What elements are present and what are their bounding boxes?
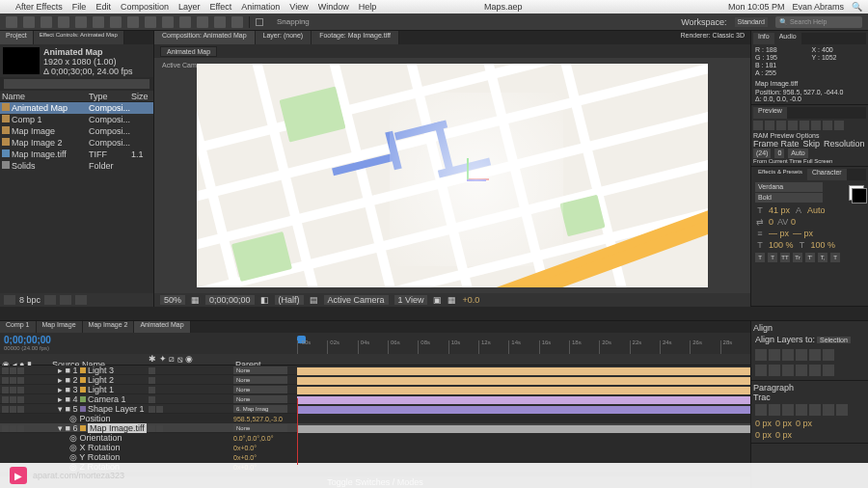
ram-preview-label[interactable]: RAM Preview Options (753, 132, 866, 139)
distribute-button[interactable] (809, 365, 821, 376)
project-tab[interactable]: Project (0, 31, 34, 44)
first-indent-input[interactable]: 0 px (775, 419, 792, 428)
menu-file[interactable]: File (72, 2, 87, 12)
space-before-input[interactable]: 0 px (755, 430, 772, 440)
footer-icon[interactable]: ◧ (260, 295, 269, 305)
camera-tool[interactable] (75, 16, 87, 28)
play-button[interactable] (776, 121, 786, 130)
align-left-button[interactable] (755, 349, 767, 361)
align-right-button[interactable] (782, 349, 794, 361)
timeline-property[interactable]: ◎ X Rotation0x+0.0° (0, 443, 750, 452)
project-item[interactable]: Map Image 2Composi... (0, 137, 153, 149)
timecode[interactable]: 0;00;00;00 (4, 335, 293, 345)
align-top-button[interactable] (796, 349, 807, 361)
hscale-input[interactable]: 100 % (811, 240, 836, 250)
parent-dropdown[interactable]: None (233, 386, 287, 393)
tracking-input[interactable]: 0 (791, 217, 796, 227)
timeline-tab[interactable]: Map Image (37, 321, 83, 333)
timeline-layer[interactable]: ▸ ■ 3 Light 1None (0, 385, 750, 394)
help-search-input[interactable]: 🔍 Search Help (775, 16, 862, 28)
para-justify-left-button[interactable] (796, 404, 807, 416)
roto-tool[interactable] (214, 16, 226, 28)
selection-tool[interactable] (6, 16, 17, 28)
align-tab[interactable]: Align (753, 323, 866, 333)
para-align-center-button[interactable] (769, 404, 780, 416)
paragraph-tab[interactable]: Paragraph (753, 383, 866, 393)
footer-icon[interactable]: ▦ (448, 295, 456, 305)
mute-button[interactable] (811, 121, 821, 130)
zoom-tool[interactable] (41, 16, 52, 28)
bit-depth[interactable]: 8 bpc (19, 295, 41, 305)
exposure-value[interactable]: +0.0 (462, 295, 479, 305)
stroke-input[interactable]: — px (769, 229, 789, 238)
parent-dropdown[interactable]: None (233, 395, 287, 403)
clock[interactable]: Mon 10:05 PM (728, 2, 785, 12)
distribute-button[interactable] (796, 365, 807, 376)
preview-tab[interactable]: Preview (753, 107, 787, 119)
fill-stroke-swatches[interactable] (849, 185, 864, 201)
align-hcenter-button[interactable] (769, 349, 780, 361)
audio-tab[interactable]: Audio (774, 33, 801, 44)
clone-tool[interactable] (179, 16, 191, 28)
brush-tool[interactable] (162, 16, 174, 28)
timeline-property[interactable]: ◎ Orientation0.0°,0.0°,0.0° (0, 433, 750, 443)
first-frame-button[interactable] (753, 121, 763, 130)
leading-input[interactable]: Auto (807, 205, 826, 215)
distribute-button[interactable] (769, 365, 780, 376)
workspace-dropdown[interactable]: Standard (735, 17, 768, 27)
project-search-input[interactable] (4, 79, 149, 89)
pan-behind-tool[interactable] (93, 16, 104, 28)
project-item[interactable]: Map ImageComposi... (0, 125, 153, 137)
timeline-tab[interactable]: Animated Map (134, 321, 190, 333)
time-ruler[interactable]: :00s 02s 04s 06s 08s 10s 12s 14s 16s 18s… (297, 333, 750, 354)
para-align-left-button[interactable] (755, 404, 767, 416)
timeline-layer[interactable]: ▸ ■ 4 Camera 1None (0, 394, 750, 404)
prev-frame-button[interactable] (765, 121, 774, 130)
menu-layer[interactable]: Layer (178, 2, 201, 12)
footer-icon[interactable]: ▦ (191, 295, 200, 305)
rotate-tool[interactable] (58, 16, 69, 28)
para-justify-right-button[interactable] (823, 404, 834, 416)
parent-dropdown[interactable]: None (233, 366, 287, 374)
timeline-layer[interactable]: ▾ ■ 5 Shape Layer 16. Map Imag (0, 404, 750, 414)
footer-icon[interactable]: ▤ (310, 295, 318, 305)
smallcaps-button[interactable]: Tr (793, 253, 802, 262)
footer-icon[interactable]: ▣ (433, 295, 442, 305)
project-item[interactable]: Animated MapComposi... (0, 102, 153, 114)
type-tool[interactable] (145, 16, 156, 28)
footage-tab[interactable]: Footage: Map Image.tiff (312, 31, 399, 44)
renderer-label[interactable]: Renderer: Classic 3D (674, 31, 750, 44)
parent-dropdown[interactable]: None (233, 424, 287, 432)
menu-view[interactable]: View (289, 2, 308, 12)
layer-tab[interactable]: Layer: (none) (256, 31, 312, 44)
superscript-button[interactable]: T' (805, 253, 815, 262)
timeline-property[interactable]: ◎ Y Rotation0x+0.0° (0, 452, 750, 462)
para-align-right-button[interactable] (782, 404, 794, 416)
views-dropdown[interactable]: 1 View (394, 295, 428, 305)
new-comp-button[interactable] (44, 295, 56, 305)
faux-bold-button[interactable]: T (755, 253, 765, 262)
effect-controls-tab[interactable]: Effect Controls: Animated Map (34, 31, 124, 44)
menu-composition[interactable]: Composition (121, 2, 169, 12)
spotlight-icon[interactable]: 🔍 (852, 2, 862, 12)
loop-button[interactable] (823, 121, 832, 130)
distribute-button[interactable] (755, 365, 767, 376)
menu-edit[interactable]: Edit (95, 2, 111, 12)
timeline-property[interactable]: ◎ Position958.5,527.0,-3.0 (0, 414, 750, 423)
map-canvas[interactable] (197, 64, 708, 287)
parent-dropdown[interactable]: 6. Map Imag (233, 405, 287, 413)
font-size-input[interactable]: 41 px (769, 205, 790, 215)
view-dropdown[interactable]: Active Camera (324, 295, 389, 305)
menu-window[interactable]: Window (318, 2, 349, 12)
pen-tool[interactable] (127, 16, 139, 28)
subscript-button[interactable]: T, (818, 253, 827, 262)
interpret-footage-button[interactable] (4, 295, 15, 305)
zoom-dropdown[interactable]: 50% (160, 295, 185, 305)
project-item[interactable]: SolidsFolder (0, 160, 153, 172)
col-type[interactable]: Type (89, 92, 131, 101)
delete-button[interactable] (75, 295, 87, 305)
para-justify-all-button[interactable] (836, 404, 848, 416)
timeline-layer[interactable]: ▾ ■ 6 Map Image.tiffNone (0, 423, 750, 433)
font-dropdown[interactable]: Verdana (755, 182, 823, 192)
puppet-tool[interactable] (231, 16, 243, 28)
